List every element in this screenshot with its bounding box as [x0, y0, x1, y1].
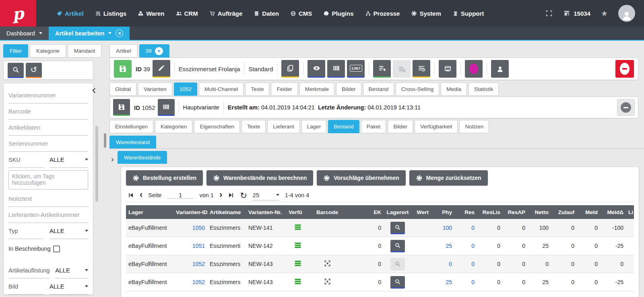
expand-chevron-icon[interactable]: ›: [111, 155, 114, 163]
prev-page-icon[interactable]: ‹: [140, 190, 142, 199]
nav-waren[interactable]: Waren: [138, 10, 164, 17]
fullscreen-icon[interactable]: [545, 10, 553, 17]
phy-stock-link[interactable]: 0: [431, 261, 454, 267]
notiztext-input[interactable]: [8, 195, 88, 202]
vtab-bilder[interactable]: Bilder: [388, 120, 413, 133]
vtab-kategorien[interactable]: Kategorien: [155, 120, 192, 133]
refresh-icon[interactable]: ↻: [240, 191, 247, 200]
tab-dashboard[interactable]: Dashboard: [0, 27, 49, 40]
apply-suggestions-button[interactable]: Vorschläge übernehmen: [317, 170, 405, 186]
recalculate-stock-button[interactable]: Warenbestände neu berechnen: [206, 170, 313, 186]
search-button[interactable]: [8, 63, 24, 78]
tab-artikel-bearbeiten[interactable]: Artikel bearbeiten ×: [49, 27, 130, 40]
bild-select[interactable]: ALLE: [50, 278, 88, 295]
vtab-verfuegbarkeit[interactable]: Verfügbarkeit: [415, 120, 458, 133]
typ-select[interactable]: ALLE: [50, 223, 88, 239]
open-window-button[interactable]: [439, 60, 456, 78]
tab-global[interactable]: Global: [109, 82, 136, 96]
artikeldaten-input[interactable]: [8, 124, 88, 131]
vtab-eigenschaften[interactable]: Eigenschaften: [194, 120, 240, 133]
vtab-paket[interactable]: Paket: [361, 120, 386, 133]
deactivate-button[interactable]: [615, 60, 634, 78]
tab-article-39[interactable]: 39×: [139, 44, 169, 58]
sidebar-tab-kategorie[interactable]: Kategorie: [30, 44, 66, 58]
tab-warenbestaende[interactable]: Warenbestände: [118, 151, 167, 164]
table-row[interactable]: eBayFulfillment 1052 Esszimmers NEW-143 …: [126, 273, 634, 291]
tab-media[interactable]: Media: [441, 82, 467, 96]
nav-cms[interactable]: CMS: [290, 10, 312, 17]
page-input[interactable]: [167, 192, 194, 199]
table-row[interactable]: eBayFulfillment 1052 Esszimmers NEW-143 …: [126, 255, 634, 273]
lagerort-search-button[interactable]: [390, 276, 405, 289]
table-row[interactable]: eBayFulfillment 1051 Esszimmerti NEW-142…: [126, 237, 634, 255]
collapse-section-button[interactable]: [617, 99, 635, 116]
tab-bestand[interactable]: Bestand: [363, 82, 394, 96]
vtab-bestand[interactable]: Bestand: [328, 120, 359, 133]
nav-artikel[interactable]: Artikel: [56, 10, 84, 17]
save-variant-button[interactable]: [113, 99, 130, 116]
phy-stock-link[interactable]: 25: [431, 279, 454, 285]
variant-id-link[interactable]: 1050: [173, 225, 207, 231]
variant-id-link[interactable]: 1052: [173, 279, 207, 285]
close-icon[interactable]: ×: [155, 47, 163, 55]
tab-texte[interactable]: Texte: [245, 82, 269, 96]
barcode-button[interactable]: [327, 60, 345, 78]
tab-bilder[interactable]: Bilder: [336, 82, 361, 96]
star-icon[interactable]: ★: [601, 9, 608, 18]
user-avatar[interactable]: [618, 5, 635, 22]
tab-cross-selling[interactable]: Cross-Selling: [396, 82, 439, 96]
sku-select[interactable]: ALLE: [50, 152, 88, 168]
nav-crm[interactable]: CRM: [176, 10, 198, 17]
in-beschreibung-checkbox[interactable]: [53, 245, 60, 252]
reset-button[interactable]: ↺: [26, 63, 42, 78]
lagerort-search-button[interactable]: [390, 222, 405, 234]
res-stock-link[interactable]: 0: [454, 243, 477, 249]
tags-input[interactable]: [8, 170, 88, 190]
preview-button[interactable]: [308, 60, 325, 78]
phy-stock-link[interactable]: 25: [431, 243, 454, 249]
next-page-icon[interactable]: ›: [219, 190, 222, 199]
tab-felder[interactable]: Felder: [271, 82, 297, 96]
nav-system[interactable]: System: [411, 10, 441, 17]
color-tag-button[interactable]: [465, 60, 483, 78]
todo-list-button[interactable]: [413, 60, 430, 78]
nav-listings[interactable]: Listings: [95, 10, 127, 17]
variantennummer-input[interactable]: [8, 92, 88, 99]
tab-artikel-list[interactable]: Artikel: [109, 44, 138, 58]
barcode-input[interactable]: [8, 108, 88, 115]
res-stock-link[interactable]: 0: [454, 261, 477, 267]
tab-merkmale[interactable]: Merkmale: [299, 82, 334, 96]
barcode-number-button[interactable]: 1367: [347, 60, 365, 78]
seriennummer-input[interactable]: [8, 140, 88, 147]
tab-varianten[interactable]: Varianten: [138, 82, 172, 96]
res-stock-link[interactable]: 0: [454, 225, 477, 231]
shop-id-indicator[interactable]: 15034: [563, 10, 590, 17]
sidebar-scrollbar[interactable]: [95, 126, 98, 202]
vtab-lager[interactable]: Lager: [301, 120, 327, 133]
close-icon[interactable]: ×: [116, 29, 123, 37]
table-row[interactable]: eBayFulfillment 1050 Esszimmers NEW-141 …: [126, 219, 634, 237]
tab-warenbestand[interactable]: Warenbestand: [109, 136, 156, 148]
tab-multi-channel[interactable]: Multi-Channel: [199, 82, 244, 96]
phy-stock-link[interactable]: 100: [431, 225, 454, 231]
nav-prozesse[interactable]: Prozesse: [365, 10, 400, 17]
add-note-button[interactable]: [373, 60, 391, 78]
sidebar-collapse-icon[interactable]: [91, 87, 98, 95]
artikelauflistung-select[interactable]: ALLE: [55, 262, 88, 278]
sidebar-tab-mandant[interactable]: Mandant: [68, 44, 102, 58]
vtab-lieferant[interactable]: Lieferant: [267, 120, 300, 133]
nav-plugins[interactable]: Plugins: [323, 10, 353, 17]
copy-article-button[interactable]: [281, 60, 299, 78]
create-order-button[interactable]: Bestellung erstellen: [126, 170, 203, 186]
nav-support[interactable]: Support: [452, 10, 484, 17]
owner-button[interactable]: [491, 60, 509, 78]
lieferanten-artikelnummer-input[interactable]: [8, 211, 88, 218]
reset-quantity-button[interactable]: Menge zurücksetzen: [409, 170, 488, 186]
tab-statistik[interactable]: Statistik: [469, 82, 499, 96]
save-article-button[interactable]: [114, 60, 132, 78]
edit-article-button[interactable]: [153, 60, 170, 78]
res-stock-link[interactable]: 0: [454, 279, 477, 285]
lagerort-search-button[interactable]: [390, 240, 405, 252]
variant-id-link[interactable]: 1051: [173, 243, 207, 249]
variant-barcode-button[interactable]: [158, 99, 175, 116]
